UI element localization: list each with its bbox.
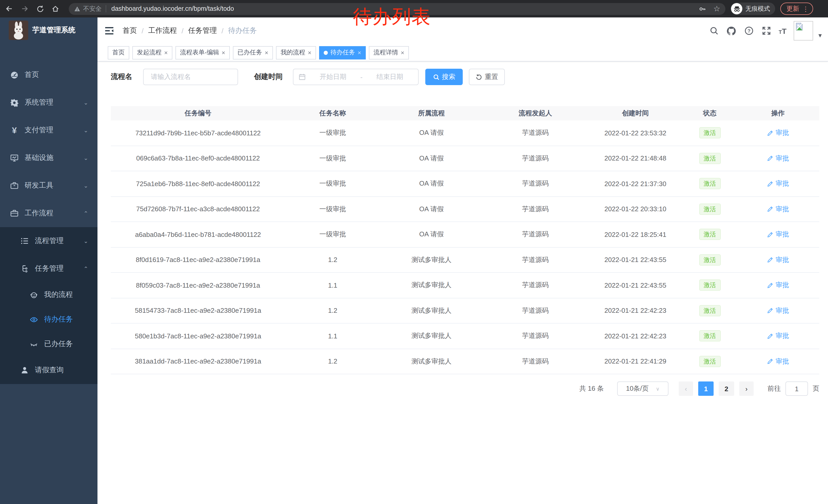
- approve-button[interactable]: 审批: [767, 331, 789, 340]
- sidebar-item-任务管理[interactable]: 任务管理⌃: [0, 255, 97, 282]
- browser-update-button[interactable]: 更新 ⋮: [780, 3, 813, 15]
- next-page-button[interactable]: ›: [739, 381, 754, 396]
- close-icon[interactable]: ×: [222, 49, 225, 56]
- tab-流程详情[interactable]: 流程详情×: [369, 46, 409, 59]
- sidebar-item-基础设施[interactable]: 基础设施⌄: [0, 144, 97, 172]
- prev-page-button[interactable]: ‹: [679, 381, 693, 396]
- home-icon[interactable]: [49, 3, 61, 15]
- close-icon[interactable]: ×: [164, 49, 168, 56]
- cell-task-id: 580e1b3d-7ac8-11ec-a9e2-a2380e71991a: [111, 332, 285, 340]
- app-window: 不安全 dashboard.yudao.iocoder.cn/bpm/task/…: [0, 0, 828, 504]
- cell-create-time: 2022-01-22 23:53:32: [588, 129, 683, 137]
- key-icon[interactable]: [699, 5, 706, 12]
- tab-我的流程[interactable]: 我的流程×: [276, 46, 316, 59]
- approve-button[interactable]: 审批: [767, 306, 789, 315]
- cell-task-name: 一级审批: [285, 179, 380, 188]
- page-size-select[interactable]: 10条/页 ∨: [617, 381, 668, 396]
- update-label[interactable]: 更新: [786, 4, 799, 13]
- forward-icon[interactable]: [18, 3, 31, 15]
- column-header-流程发起人: 流程发起人: [483, 109, 588, 118]
- breadcrumb: 首页/工作流程/任务管理/待办任务: [123, 26, 257, 35]
- close-icon[interactable]: ×: [308, 49, 312, 56]
- annotation-overlay: 待办列表: [353, 4, 431, 30]
- column-header-操作: 操作: [737, 109, 819, 118]
- tab-已办任务[interactable]: 已办任务×: [233, 46, 273, 59]
- hamburger-icon[interactable]: [104, 26, 114, 36]
- sidebar-logo[interactable]: 芋道管理系统: [0, 17, 97, 43]
- status-badge: 激活: [699, 229, 720, 240]
- process-name-input[interactable]: 请输入流程名: [143, 69, 238, 85]
- approve-button[interactable]: 审批: [767, 153, 789, 163]
- user-avatar[interactable]: [794, 21, 813, 41]
- table-row: 8f0d1619-7ac8-11ec-a9e2-a2380e71991a1.2测…: [111, 247, 819, 273]
- column-header-任务名称: 任务名称: [285, 109, 380, 118]
- approve-button[interactable]: 审批: [767, 280, 789, 290]
- sidebar-item-流程管理[interactable]: 流程管理⌄: [0, 227, 97, 255]
- star-icon[interactable]: ☆: [713, 4, 720, 13]
- avatar-caret-icon[interactable]: ▼: [817, 32, 823, 39]
- approve-button[interactable]: 审批: [767, 255, 789, 264]
- tab-label: 我的流程: [281, 48, 305, 57]
- date-range-input[interactable]: 开始日期 - 结束日期: [293, 69, 419, 85]
- goto-page-input[interactable]: 1: [785, 381, 808, 396]
- sidebar-item-已办任务[interactable]: 已办任务: [0, 332, 97, 356]
- github-icon[interactable]: [727, 26, 737, 36]
- approve-button[interactable]: 审批: [767, 179, 789, 188]
- cell-create-time: 2022-01-21 22:42:23: [588, 332, 683, 340]
- approve-button[interactable]: 审批: [767, 357, 789, 366]
- sidebar-item-待办任务[interactable]: 待办任务: [0, 307, 97, 332]
- page-button-2[interactable]: 2: [719, 381, 734, 396]
- page-button-1[interactable]: 1: [698, 381, 714, 396]
- close-icon[interactable]: ×: [401, 49, 404, 56]
- sidebar-item-研发工具[interactable]: 研发工具⌄: [0, 172, 97, 199]
- table-row: 75d72608-7b7f-11ec-a3c8-acde48001122一级审批…: [111, 197, 819, 222]
- pencil-icon: [767, 282, 774, 288]
- reload-icon[interactable]: [34, 3, 46, 15]
- font-size-icon[interactable]: TT: [779, 27, 787, 35]
- cell-starter: 芋道源码: [483, 357, 588, 366]
- close-icon[interactable]: ×: [358, 49, 361, 56]
- status-badge: 激活: [699, 280, 720, 291]
- sidebar-item-支付管理[interactable]: ¥支付管理⌄: [0, 117, 97, 144]
- sidebar-item-首页[interactable]: 首页: [0, 61, 97, 89]
- search-icon[interactable]: [709, 26, 719, 36]
- tab-发起流程[interactable]: 发起流程×: [132, 46, 172, 59]
- sidebar-item-请假查询[interactable]: 请假查询: [0, 356, 97, 384]
- approve-button[interactable]: 审批: [767, 204, 789, 214]
- breadcrumb-item[interactable]: 工作流程: [148, 26, 177, 35]
- sidebar-item-工作流程[interactable]: 工作流程⌃: [0, 199, 97, 227]
- kebab-menu-icon[interactable]: ⋮: [802, 5, 809, 12]
- tab-待办任务[interactable]: 待办任务×: [319, 46, 366, 59]
- approve-button[interactable]: 审批: [767, 128, 789, 137]
- approve-button[interactable]: 审批: [767, 230, 789, 239]
- breadcrumb-separator: /: [222, 27, 224, 35]
- status-badge: 激活: [699, 254, 720, 266]
- help-icon[interactable]: ?: [744, 26, 754, 36]
- breadcrumb-item[interactable]: 首页: [123, 26, 137, 35]
- pencil-icon: [767, 180, 774, 187]
- sidebar-item-系统管理[interactable]: 系统管理⌄: [0, 89, 97, 117]
- column-header-状态: 状态: [683, 109, 737, 118]
- cell-actions: 审批: [737, 128, 819, 138]
- cell-process: 测试多审批人: [380, 357, 483, 366]
- fullscreen-icon[interactable]: [761, 26, 772, 36]
- sidebar-item-我的流程[interactable]: 我的流程: [0, 282, 97, 307]
- tab-label: 首页: [112, 48, 125, 57]
- close-icon[interactable]: ×: [265, 49, 268, 56]
- tab-流程表单-编辑[interactable]: 流程表单-编辑×: [175, 46, 230, 59]
- tab-首页[interactable]: 首页: [108, 46, 129, 59]
- tab-label: 流程详情: [373, 48, 398, 57]
- sidebar-item-label: 待办任务: [44, 315, 73, 324]
- reset-button[interactable]: 重置: [469, 69, 505, 85]
- date-end-placeholder[interactable]: 结束日期: [367, 72, 413, 82]
- search-button[interactable]: 搜索: [425, 69, 463, 85]
- security-label[interactable]: 不安全: [83, 4, 101, 13]
- breadcrumb-item[interactable]: 任务管理: [188, 26, 217, 35]
- sidebar-item-label: 研发工具: [25, 181, 53, 190]
- table-row: 8f059c03-7ac8-11ec-a9e2-a2380e71991a1.1测…: [111, 273, 819, 298]
- date-start-placeholder[interactable]: 开始日期: [310, 72, 356, 82]
- back-icon[interactable]: [3, 3, 15, 15]
- monitor-icon: [10, 154, 18, 162]
- approve-label: 审批: [776, 357, 789, 366]
- pencil-icon: [767, 130, 774, 136]
